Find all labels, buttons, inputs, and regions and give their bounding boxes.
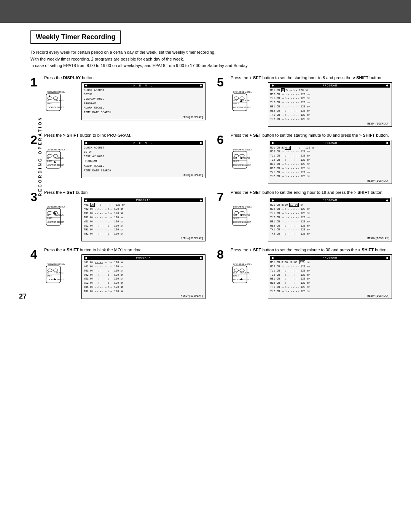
intro-text: To record every week for certain period … [30, 49, 392, 69]
svg-marker-54 [54, 212, 56, 214]
step-1-number: 1 [30, 76, 41, 88]
svg-text:SET: SET [233, 214, 237, 216]
step-5-visual: DISPLAY ∨TIME MODE∧ SET TRACKING SHIFT L… [231, 82, 392, 127]
step-3: 3 Press the + SET button. DISPLAY ∨TIME … [30, 190, 206, 241]
step-3-number: 3 [30, 191, 41, 203]
svg-text:LOCATION SELECT: LOCATION SELECT [233, 106, 251, 109]
svg-text:∨TIME MODE∧: ∨TIME MODE∧ [52, 206, 65, 208]
lcd-menu-1: M E N U CLOCK ADJUST SETUP DISPLAY MODE … [81, 82, 206, 120]
step-4-desc: Press the > SHIFT button to blink the MO… [44, 248, 206, 252]
step-7-desc: Press the + SET button to set the ending… [231, 190, 392, 195]
step-4: 4 Press the > SHIFT button to blink the … [30, 248, 206, 299]
step-6-number: 6 [217, 134, 228, 146]
top-bar [0, 0, 411, 23]
svg-text:SET: SET [47, 99, 51, 102]
svg-text:∨TIME MODE∧: ∨TIME MODE∧ [52, 263, 65, 265]
step-2-number: 2 [30, 134, 41, 146]
lcd-title-2: M E N U [84, 141, 203, 145]
remote-diagram-1: DISPLAY ∨TIME MODE∧ SET TRACKING SHIFT L… [44, 82, 78, 113]
svg-text:SET: SET [233, 157, 237, 159]
step-4-visual: DISPLAY ∨TIME MODE∧ SET TRACKING SHIFT L… [44, 254, 206, 299]
svg-marker-32 [54, 161, 56, 163]
lcd-prog-7: PROGRAM MO1 ON 8:00 19 00 SP MO2 ON --:-… [268, 197, 392, 241]
svg-text:TRACKING: TRACKING [54, 214, 64, 216]
steps-grid: 1 Press the DISPLAY button. DISPLAY ∨TIM… [30, 75, 392, 300]
step-7: 7 Press the + SET button to set the endi… [217, 190, 392, 241]
lcd-prog-6: PROGRAM MO1 ON 8:0 1-- --:-- 120 SP MO2 … [268, 140, 392, 184]
svg-text:LOCATION SELECT: LOCATION SELECT [233, 164, 251, 166]
svg-text:∨TIME MODE∧: ∨TIME MODE∧ [52, 149, 65, 151]
page-title: Weekly Timer Recording [36, 33, 115, 41]
intro-line-1: To record every week for certain period … [30, 49, 392, 56]
step-2-visual: DISPLAY ∨TIME MODE∧ SET TRACKING SHIFT L… [44, 140, 206, 179]
lcd-prog-8: PROGRAM MO1 ON 8:00 19:00 120 SP MO2 ON … [268, 254, 392, 299]
svg-marker-10 [48, 95, 51, 97]
step-4-number: 4 [30, 248, 41, 260]
step-6-desc: Press the + SET button to set the starti… [231, 133, 392, 137]
step-6-visual: DISPLAY ∨TIME MODE∧ SET TRACKING SHIFT L… [231, 140, 392, 184]
page-number: 27 [19, 292, 27, 300]
svg-text:LOCATION SELECT: LOCATION SELECT [47, 164, 64, 166]
remote-diagram-6: DISPLAY ∨TIME MODE∧ SET TRACKING SHIFT L… [231, 140, 265, 170]
svg-text:∨TIME MODE∧: ∨TIME MODE∧ [238, 263, 252, 265]
step-3-visual: DISPLAY ∨TIME MODE∧ SET TRACKING SHIFT L… [44, 197, 206, 241]
step-8: 8 Press the + SET button to set the endi… [217, 248, 392, 299]
remote-diagram-3: DISPLAY ∨TIME MODE∧ SET TRACKING SHIFT L… [44, 197, 78, 227]
step-5-desc: Press the + SET button to set the starti… [231, 75, 392, 80]
svg-text:∨TIME MODE∧: ∨TIME MODE∧ [238, 206, 252, 208]
step-5: 5 Press the + SET button to set the star… [217, 75, 392, 127]
lcd-title-1: M E N U [84, 84, 203, 88]
step-1: 1 Press the DISPLAY button. DISPLAY ∨TIM… [30, 75, 206, 127]
remote-diagram-7: DISPLAY ∨TIME MODE∧ SET TRACKING SHIFT L… [231, 197, 265, 227]
lcd-title-6: PROGRAM [270, 141, 390, 145]
lcd-prog-5: PROGRAM MO1 ON 8:5 --:-- 120 SP MO2 ON -… [268, 82, 392, 127]
lcd-title-4: PROGRAM [84, 256, 203, 260]
remote-diagram-8: DISPLAY ∨TIME MODE∧ SET TRACKING SHIFT L… [231, 254, 265, 285]
svg-text:∨TIME MODE∧: ∨TIME MODE∧ [52, 91, 65, 93]
step-1-desc: Press the DISPLAY button. [44, 75, 206, 80]
lcd-title-8: PROGRAM [270, 256, 390, 260]
page-content: Weekly Timer Recording To record every w… [0, 23, 411, 308]
remote-diagram-5: DISPLAY ∨TIME MODE∧ SET TRACKING SHIFT L… [231, 82, 265, 113]
remote-diagram-4: DISPLAY ∨TIME MODE∧ SET TRACKING SHIFT L… [44, 254, 78, 285]
section-title-box: Weekly Timer Recording [30, 30, 121, 44]
step-2: 2 Press the > SHIFT button to blink PRO-… [30, 133, 206, 184]
step-8-number: 8 [217, 248, 228, 260]
intro-line-3: In case of setting EPA18 from 8:00 to 19… [30, 62, 392, 69]
step-5-number: 5 [217, 76, 228, 88]
lcd-title-3: PROGRAM [84, 198, 203, 202]
svg-text:TRACKING: TRACKING [54, 99, 64, 102]
lcd-prog-4: PROGRAM MO1 ON --:-- --:-- 120 SP MO2 ON… [81, 254, 206, 299]
svg-text:SET: SET [47, 272, 51, 274]
svg-text:TRACKING: TRACKING [54, 272, 64, 274]
step-1-visual: DISPLAY ∨TIME MODE∧ SET TRACKING SHIFT L… [44, 82, 206, 120]
step-7-visual: DISPLAY ∨TIME MODE∧ SET TRACKING SHIFT L… [231, 197, 392, 241]
svg-text:SET: SET [233, 272, 237, 274]
lcd-title-5: PROGRAM [270, 84, 390, 88]
lcd-menu-2: M E N U CLOCK ADJUST SETUP DISPLAY MODE … [81, 140, 206, 179]
step-8-desc: Press the + SET button to set the ending… [231, 248, 392, 252]
step-8-visual: DISPLAY ∨TIME MODE∧ SET TRACKING SHIFT L… [231, 254, 392, 299]
svg-text:SET: SET [47, 157, 51, 159]
remote-diagram-2: DISPLAY ∨TIME MODE∧ SET TRACKING SHIFT L… [44, 140, 78, 170]
lcd-prog-3: PROGRAM MO1 ON --:-- --:-- 120 SP MO2 ON… [81, 197, 206, 241]
step-3-desc: Press the + SET button. [44, 190, 206, 195]
step-7-number: 7 [217, 191, 228, 203]
lcd-footer-1: END=[DISPLAY] [84, 116, 203, 119]
intro-line-2: With the weekly timer recording, 2 progr… [30, 56, 392, 63]
svg-text:LOCATION SELECT: LOCATION SELECT [233, 221, 251, 223]
step-2-desc: Press the > SHIFT button to blink PRO-GR… [44, 133, 206, 137]
lcd-title-7: PROGRAM [270, 198, 390, 202]
step-6: 6 Press the + SET button to set the star… [217, 133, 392, 184]
svg-text:SET: SET [47, 214, 51, 216]
svg-text:TRACKING: TRACKING [54, 157, 64, 159]
svg-text:LOCATION SELECT: LOCATION SELECT [47, 106, 64, 109]
svg-text:LOCATION SELECT: LOCATION SELECT [47, 221, 64, 223]
svg-text:TRACKING: TRACKING [240, 272, 250, 274]
svg-text:∨TIME MODE∧: ∨TIME MODE∧ [238, 91, 252, 93]
svg-text:∨TIME MODE∧: ∨TIME MODE∧ [238, 149, 252, 151]
svg-text:SET: SET [233, 99, 237, 102]
